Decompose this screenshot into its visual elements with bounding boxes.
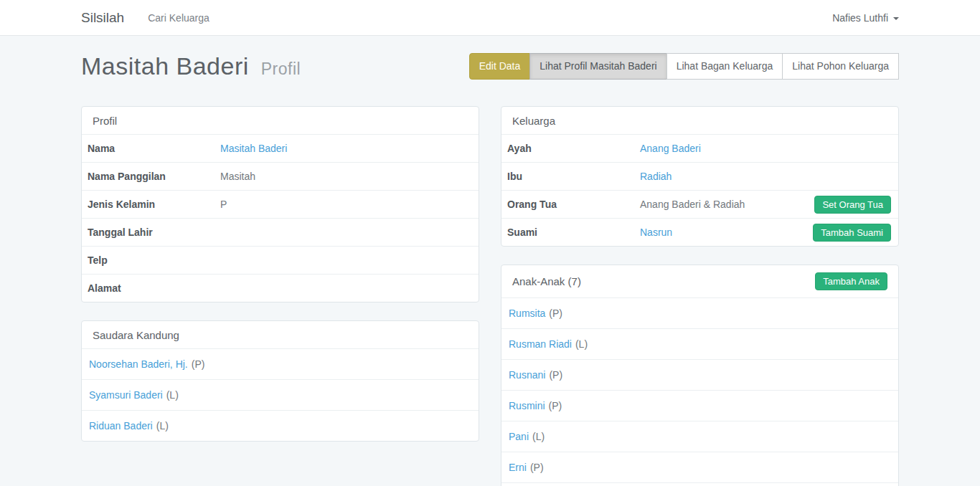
gender-label: (P) <box>549 308 562 319</box>
person-link[interactable]: Riduan Baderi <box>89 420 153 432</box>
profil-panel-title: Profil <box>82 107 479 134</box>
person-link[interactable]: Erni <box>509 462 527 473</box>
gender-label: (P) <box>192 358 205 370</box>
header-action-button[interactable]: Lihat Pohon Keluarga <box>782 53 899 80</box>
nav-item-cari-keluarga[interactable]: Cari Keluarga <box>148 12 209 24</box>
navbar: Silsilah Cari Keluarga Nafies Luthfi <box>0 0 980 36</box>
person-name-heading: Masitah Baderi <box>81 52 249 80</box>
family-row: Suami Nasrun Tambah Suami <box>501 218 898 246</box>
anak-panel-title: Anak-Anak (7) <box>512 275 581 287</box>
row-label: Telp <box>82 249 215 272</box>
keluarga-panel: Keluarga Ayah Anang Baderi Ibu Radiah <box>501 106 899 247</box>
row-label: Suami <box>501 221 634 244</box>
child-row: Rusman Riadi (L) <box>501 328 898 359</box>
person-link[interactable]: Noorsehan Baderi, Hj. <box>89 358 188 370</box>
right-column: Keluarga Ayah Anang Baderi Ibu Radiah <box>501 106 899 486</box>
gender-label: (L) <box>166 389 179 401</box>
child-row: Rusnani (P) <box>501 359 898 390</box>
profile-row: Nama Panggilan Masitah <box>82 162 479 190</box>
header-action-button[interactable]: Lihat Bagan Keluarga <box>666 53 783 80</box>
family-row: Ibu Radiah <box>501 162 898 190</box>
keluarga-panel-title: Keluarga <box>501 107 898 134</box>
row-label: Alamat <box>82 277 215 300</box>
header-action-button[interactable]: Edit Data <box>469 53 531 80</box>
gender-label: (L) <box>575 338 588 350</box>
row-label: Jenis Kelamin <box>82 193 215 216</box>
profil-panel: Profil Nama Masitah Baderi Nama Panggila… <box>81 106 479 302</box>
row-label: Tanggal Lahir <box>82 221 215 244</box>
brand-link[interactable]: Silsilah <box>81 10 124 26</box>
row-label: Ibu <box>501 165 634 188</box>
chevron-down-icon <box>893 17 899 20</box>
saudara-panel-title: Saudara Kandung <box>82 321 479 348</box>
row-value[interactable]: Anang Baderi <box>640 143 701 154</box>
header-action-button[interactable]: Lihat Profil Masitah Baderi <box>529 53 666 80</box>
profile-row: Tanggal Lahir <box>82 218 479 246</box>
gender-label: (P) <box>530 462 544 473</box>
user-name: Nafies Luthfi <box>832 12 888 24</box>
page-header: Masitah Baderi Profil Edit Data Lihat Pr… <box>81 52 899 80</box>
row-action-button[interactable]: Set Orang Tua <box>814 196 891 214</box>
add-child-button[interactable]: Tambah Anak <box>815 272 887 290</box>
child-row: Pani (L) <box>501 421 898 452</box>
profile-action-group: Edit Data Lihat Profil Masitah Baderi Li… <box>469 53 899 80</box>
child-row-partial <box>501 482 898 486</box>
main-content: Masitah Baderi Profil Edit Data Lihat Pr… <box>0 52 980 486</box>
page-subtitle: Profil <box>261 59 301 78</box>
family-row: Orang Tua Anang Baderi & Radiah Set Oran… <box>501 190 898 218</box>
profile-row: Nama Masitah Baderi <box>82 134 479 162</box>
child-row: Rumsita (P) <box>501 297 898 328</box>
gender-label: (P) <box>549 369 562 381</box>
person-link[interactable]: Rusmini <box>509 400 545 411</box>
profile-row: Jenis Kelamin P <box>82 190 479 218</box>
gender-label: (L) <box>532 431 545 442</box>
row-label: Ayah <box>501 137 634 160</box>
anak-anak-panel: Anak-Anak (7) Tambah Anak Rumsita (P) Ru… <box>501 265 899 486</box>
row-value: P <box>220 199 227 210</box>
row-label: Orang Tua <box>501 193 634 216</box>
family-row: Ayah Anang Baderi <box>501 134 898 162</box>
sibling-row: Riduan Baderi (L) <box>82 410 479 441</box>
saudara-kandung-panel: Saudara Kandung Noorsehan Baderi, Hj. (P… <box>81 320 479 442</box>
person-link[interactable]: Syamsuri Baderi <box>89 389 163 401</box>
gender-label: (L) <box>156 420 169 432</box>
person-link[interactable]: Pani <box>509 431 529 442</box>
sibling-row: Noorsehan Baderi, Hj. (P) <box>82 348 479 379</box>
profile-row: Alamat <box>82 274 479 302</box>
page-title: Masitah Baderi Profil <box>81 52 301 80</box>
child-row: Erni (P) <box>501 452 898 482</box>
row-action-button[interactable]: Tambah Suami <box>813 224 891 242</box>
profile-row: Telp <box>82 246 479 274</box>
row-value: Masitah <box>220 171 255 182</box>
gender-label: (P) <box>549 400 562 411</box>
row-value[interactable]: Radiah <box>640 171 672 182</box>
person-link[interactable]: Rusman Riadi <box>509 338 572 350</box>
user-menu[interactable]: Nafies Luthfi <box>832 12 899 24</box>
row-label: Nama <box>82 137 215 160</box>
person-link[interactable]: Rumsita <box>509 308 545 319</box>
child-row: Rusmini (P) <box>501 390 898 421</box>
row-label: Nama Panggilan <box>82 165 215 188</box>
row-value: Anang Baderi & Radiah <box>640 199 745 210</box>
sibling-row: Syamsuri Baderi (L) <box>82 379 479 410</box>
row-value[interactable]: Nasrun <box>640 227 672 238</box>
row-value[interactable]: Masitah Baderi <box>220 143 287 154</box>
person-link[interactable]: Rusnani <box>509 369 545 381</box>
left-column: Profil Nama Masitah Baderi Nama Panggila… <box>81 106 479 459</box>
